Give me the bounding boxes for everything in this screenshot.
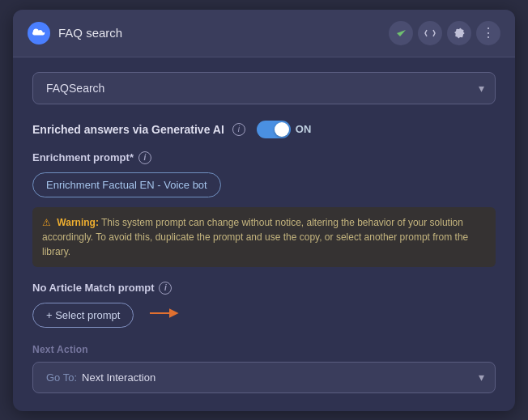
warning-box: ⚠ Warning: This system prompt can change… [32,207,496,267]
header-actions: ⋮ [389,21,500,45]
enrichment-prompt-label: Enrichment prompt* i [32,151,496,164]
warning-bold-text: Warning: [57,217,99,228]
panel-content: FAQSearch ▾ Enriched answers via Generat… [13,57,515,411]
more-icon: ⋮ [482,25,496,40]
generative-ai-info-icon[interactable]: i [232,123,245,136]
enrichment-prompt-selected-btn[interactable]: Enrichment Factual EN - Voice bot [32,172,221,197]
code-button[interactable] [418,21,442,45]
no-article-match-label: No Article Match prompt [32,282,154,294]
check-button[interactable] [389,21,413,45]
settings-button[interactable] [447,21,471,45]
toggle-knob [275,122,289,137]
goto-label: Go To: [46,371,77,384]
next-action-label: Next Action [32,344,496,355]
generative-ai-label: Enriched answers via Generative AI [32,123,224,136]
generative-ai-toggle-wrap: ON [257,121,312,138]
no-article-match-label-row: No Article Match prompt i [32,282,496,295]
goto-select[interactable]: Go To: Next Interaction [32,362,496,393]
no-article-info-icon[interactable]: i [159,282,172,295]
goto-value: Next Interaction [82,371,155,384]
panel-title: FAQ search [58,26,122,40]
enrichment-prompt-text: Enrichment prompt* [32,151,134,163]
cloud-icon [28,22,50,45]
select-prompt-button[interactable]: + Select prompt [32,303,134,328]
panel-header: FAQ search ⋮ [13,10,515,57]
faq-search-panel: FAQ search ⋮ FAQSearch ▾ [13,10,515,411]
generative-ai-toggle[interactable] [257,121,291,138]
generative-ai-row: Enriched answers via Generative AI i ON [32,121,496,138]
more-button[interactable]: ⋮ [476,21,500,45]
enrichment-prompt-btn-wrap: Enrichment Factual EN - Voice bot [32,172,496,197]
warning-text: This system prompt can change without no… [42,217,468,257]
no-article-btn-row: + Select prompt [32,303,496,328]
faq-select-value: FAQSearch [46,82,104,95]
warning-icon: ⚠ [42,217,51,228]
faq-select[interactable]: FAQSearch [32,72,496,104]
header-left: FAQ search [28,22,122,45]
goto-select-wrapper: Go To: Next Interaction ▾ [32,362,496,393]
next-action-section: Next Action Go To: Next Interaction ▾ [32,344,496,393]
arrow-indicator [147,304,179,325]
faq-select-wrapper: FAQSearch ▾ [32,72,496,104]
enrichment-prompt-info-icon[interactable]: i [138,151,151,164]
goto-chevron-icon: ▾ [479,371,484,384]
toggle-on-label: ON [296,123,312,135]
